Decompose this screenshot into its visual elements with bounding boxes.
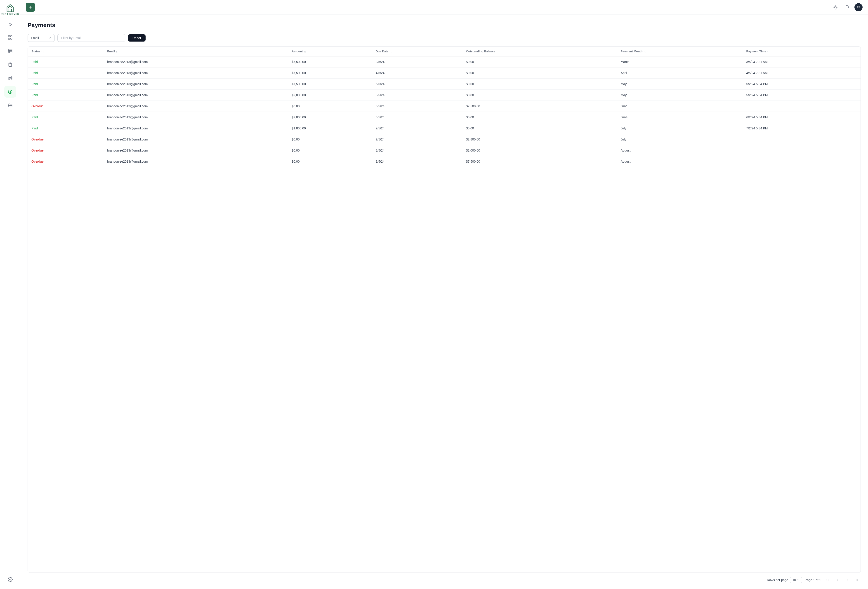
cell-time-0: 3/5/24 7:31 AM	[743, 56, 861, 68]
cell-outstanding-9: $7,500.00	[462, 156, 617, 167]
svg-rect-0	[8, 36, 9, 37]
table-row[interactable]: Paid brandonlee2013@gmail.com $7,500.00 …	[28, 56, 861, 68]
cell-status-5: Paid	[28, 112, 103, 123]
logo[interactable]: RENT ROVER	[1, 4, 19, 15]
cell-email-3: brandonlee2013@gmail.com	[103, 90, 288, 101]
col-header-due-date[interactable]: Due Date ↑↓	[372, 47, 462, 56]
cell-outstanding-1: $0.00	[462, 68, 617, 79]
chevron-down-icon	[48, 36, 51, 40]
cell-time-7	[743, 134, 861, 145]
cell-amount-7: $0.00	[288, 134, 372, 145]
cell-status-4: Overdue	[28, 101, 103, 112]
table-row[interactable]: Overdue brandonlee2013@gmail.com $0.00 8…	[28, 156, 861, 167]
pagination: Rows per page 10 Page 1 of 1	[28, 573, 861, 585]
cell-status-6: Paid	[28, 123, 103, 134]
cell-status-0: Paid	[28, 56, 103, 68]
col-header-outstanding-balance[interactable]: Outstanding Balance ↑↓	[462, 47, 617, 56]
col-header-payment-time[interactable]: Payment Time ↑↓	[743, 47, 861, 56]
col-header-email[interactable]: Email ↑↓	[103, 47, 288, 56]
cell-due-date-5: 6/5/24	[372, 112, 462, 123]
cell-amount-2: $7,500.00	[288, 79, 372, 90]
sidebar-item-dashboard[interactable]	[4, 32, 16, 43]
next-page-button[interactable]	[844, 576, 851, 583]
cell-due-date-4: 6/5/24	[372, 101, 462, 112]
cell-month-7: July	[617, 134, 743, 145]
table-row[interactable]: Paid brandonlee2013@gmail.com $1,800.00 …	[28, 123, 861, 134]
table-row[interactable]: Paid brandonlee2013@gmail.com $7,500.00 …	[28, 68, 861, 79]
sort-icon-email: ↑↓	[116, 50, 118, 53]
cell-month-9: August	[617, 156, 743, 167]
table-row[interactable]: Overdue brandonlee2013@gmail.com $0.00 6…	[28, 101, 861, 112]
theme-toggle-button[interactable]	[831, 3, 840, 12]
cell-amount-3: $2,800.00	[288, 90, 372, 101]
sidebar-toggle[interactable]	[4, 21, 16, 28]
cell-status-2: Paid	[28, 79, 103, 90]
page-info: Page 1 of 1	[805, 578, 821, 582]
reset-button[interactable]: Reset	[128, 34, 146, 41]
svg-rect-1	[10, 36, 12, 37]
sidebar-item-clipboard[interactable]	[4, 59, 16, 71]
last-page-button[interactable]	[853, 576, 861, 583]
content-area: Payments Email Reset Status ↑↓	[20, 15, 868, 589]
sort-icon-amount: ↑↓	[304, 50, 306, 53]
sidebar-item-settings[interactable]	[4, 574, 16, 585]
table-row[interactable]: Paid brandonlee2013@gmail.com $7,500.00 …	[28, 79, 861, 90]
svg-line-16	[834, 6, 834, 6]
cell-status-8: Overdue	[28, 145, 103, 156]
cell-amount-5: $2,800.00	[288, 112, 372, 123]
sidebar-item-table[interactable]	[4, 45, 16, 57]
cell-month-5: June	[617, 112, 743, 123]
notifications-button[interactable]	[843, 3, 852, 12]
cell-time-2: 5/2/24 5:34 PM	[743, 79, 861, 90]
svg-point-10	[9, 579, 11, 580]
rows-per-page-select[interactable]: 10	[790, 577, 802, 583]
cell-time-4	[743, 101, 861, 112]
table-row[interactable]: Paid brandonlee2013@gmail.com $2,800.00 …	[28, 90, 861, 101]
add-button[interactable]	[26, 3, 35, 12]
cell-email-7: brandonlee2013@gmail.com	[103, 134, 288, 145]
cell-amount-1: $7,500.00	[288, 68, 372, 79]
payments-table-container: Status ↑↓ Email ↑↓ Amoun	[28, 46, 861, 573]
sidebar: RENT ROVER	[0, 0, 20, 589]
cell-amount-0: $7,500.00	[288, 56, 372, 68]
filter-email-input[interactable]	[58, 34, 125, 42]
cell-outstanding-5: $0.00	[462, 112, 617, 123]
cell-month-4: June	[617, 101, 743, 112]
filter-type-select[interactable]: Email	[28, 34, 55, 42]
col-header-payment-month[interactable]: Payment Month ↑↓	[617, 47, 743, 56]
sidebar-item-megaphone[interactable]	[4, 72, 16, 84]
cell-due-date-9: 8/5/24	[372, 156, 462, 167]
cell-time-6: 7/2/24 5:34 PM	[743, 123, 861, 134]
table-row[interactable]: Paid brandonlee2013@gmail.com $2,800.00 …	[28, 112, 861, 123]
svg-point-13	[834, 6, 836, 8]
cell-due-date-6: 7/5/24	[372, 123, 462, 134]
cell-time-8	[743, 145, 861, 156]
main-area: TJ Payments Email Reset Status	[20, 0, 868, 589]
svg-rect-2	[8, 38, 9, 39]
cell-due-date-8: 8/5/24	[372, 145, 462, 156]
cell-month-0: March	[617, 56, 743, 68]
cell-email-0: brandonlee2013@gmail.com	[103, 56, 288, 68]
prev-page-button[interactable]	[834, 576, 841, 583]
col-header-amount[interactable]: Amount ↑↓	[288, 47, 372, 56]
filter-select-value: Email	[31, 36, 39, 40]
cell-email-9: brandonlee2013@gmail.com	[103, 156, 288, 167]
cell-month-6: July	[617, 123, 743, 134]
cell-outstanding-6: $0.00	[462, 123, 617, 134]
cell-status-7: Overdue	[28, 134, 103, 145]
logo-text: RENT ROVER	[1, 13, 19, 15]
cell-email-8: brandonlee2013@gmail.com	[103, 145, 288, 156]
sort-icon-time: ↑↓	[767, 50, 769, 53]
table-row[interactable]: Overdue brandonlee2013@gmail.com $0.00 7…	[28, 134, 861, 145]
sidebar-bottom	[4, 574, 16, 585]
sidebar-item-payments[interactable]	[4, 86, 16, 97]
first-page-button[interactable]	[824, 576, 831, 583]
table-row[interactable]: Overdue brandonlee2013@gmail.com $0.00 8…	[28, 145, 861, 156]
col-header-status[interactable]: Status ↑↓	[28, 47, 103, 56]
svg-rect-3	[10, 38, 12, 39]
cell-month-3: May	[617, 90, 743, 101]
sidebar-item-folder[interactable]	[4, 99, 16, 111]
cell-outstanding-7: $2,800.00	[462, 134, 617, 145]
cell-amount-9: $0.00	[288, 156, 372, 167]
user-avatar[interactable]: TJ	[855, 3, 862, 11]
